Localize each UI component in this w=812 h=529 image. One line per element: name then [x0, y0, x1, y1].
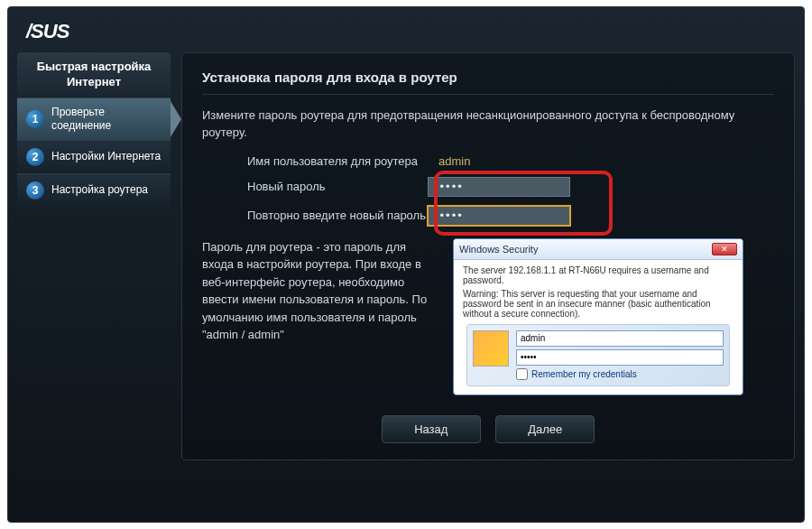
dialog-warning: Warning: This server is requesting that …	[463, 289, 734, 319]
step-number-icon: 3	[26, 181, 44, 200]
avatar-icon	[473, 330, 509, 367]
remember-checkbox[interactable]: Remember my credentials	[516, 368, 724, 380]
help-text: Пароль для роутера - это пароль для вход…	[202, 238, 437, 344]
description-text: Измените пароль роутера для предотвращен…	[202, 107, 774, 142]
confirm-password-input[interactable]	[428, 206, 570, 226]
close-icon[interactable]: ✕	[712, 243, 737, 255]
back-button[interactable]: Назад	[382, 415, 481, 443]
credentials-form: Имя пользователя для роутера admin Новый…	[202, 154, 774, 226]
step-number-icon: 1	[26, 110, 44, 128]
header: /SUS	[17, 16, 795, 52]
dialog-username-input[interactable]	[516, 330, 724, 347]
wizard-step-check-connection[interactable]: 1 Проверьте соединение	[17, 97, 171, 140]
remember-label: Remember my credentials	[531, 369, 637, 379]
wizard-step-router-settings[interactable]: 3 Настройка роутера	[17, 173, 171, 207]
wizard-sidebar: Быстрая настройка Интернет 1 Проверьте с…	[17, 52, 171, 460]
next-button[interactable]: Далее	[495, 415, 595, 443]
dialog-titlebar: Windows Security ✕	[454, 239, 743, 260]
username-label: Имя пользователя для роутера	[202, 154, 428, 168]
new-password-label: Новый пароль	[202, 180, 428, 193]
step-label: Настройка роутера	[51, 183, 148, 197]
remember-checkbox-input[interactable]	[516, 368, 528, 380]
sidebar-title: Быстрая настройка Интернет	[17, 52, 171, 97]
page-title: Установка пароля для входа в роутер	[202, 70, 774, 85]
step-label: Проверьте соединение	[51, 106, 161, 133]
main-panel: Установка пароля для входа в роутер Изме…	[181, 52, 795, 460]
username-value: admin	[428, 154, 470, 168]
step-label: Настройки Интернета	[51, 150, 161, 163]
asus-logo: /SUS	[26, 20, 69, 42]
divider	[202, 94, 774, 95]
confirm-password-label: Повторно введите новый пароль	[202, 209, 428, 222]
wizard-step-internet-settings[interactable]: 2 Настройки Интернета	[17, 140, 171, 173]
windows-security-dialog: Windows Security ✕ The server 192.168.1.…	[453, 238, 743, 395]
dialog-title: Windows Security	[459, 244, 712, 255]
step-number-icon: 2	[26, 148, 44, 166]
wizard-actions: Назад Далее	[202, 415, 774, 443]
dialog-password-input[interactable]	[516, 349, 724, 366]
new-password-input[interactable]	[428, 177, 570, 197]
credentials-box: Remember my credentials	[466, 324, 730, 386]
dialog-message: The server 192.168.1.1 at RT-N66U requir…	[463, 265, 734, 285]
router-admin-window: /SUS Быстрая настройка Интернет 1 Провер…	[7, 6, 805, 523]
